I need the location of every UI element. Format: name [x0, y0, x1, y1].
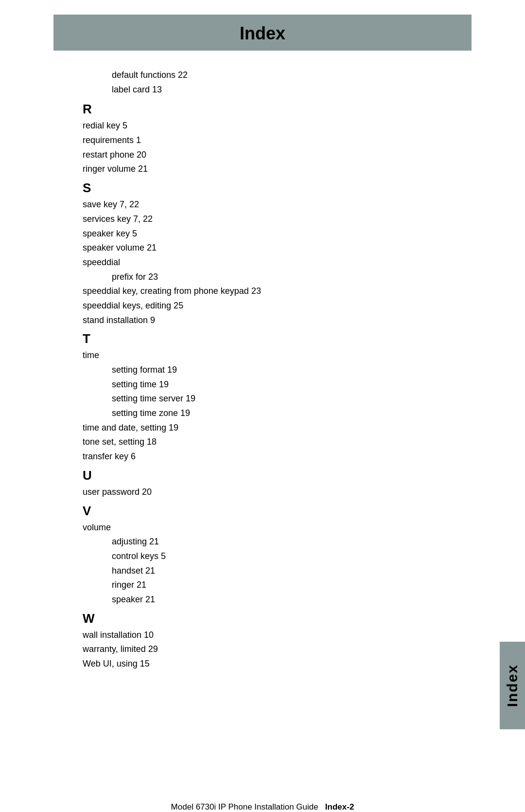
- list-item: default functions 22: [112, 68, 462, 83]
- list-item: label card 13: [112, 83, 462, 97]
- section-w: W wall installation 10 warranty, limited…: [83, 611, 462, 671]
- section-letter-t: T: [83, 331, 462, 346]
- list-item: tone set, setting 18: [83, 435, 462, 450]
- list-item: warranty, limited 29: [83, 642, 462, 657]
- footer-suffix: Index-2: [320, 802, 354, 812]
- list-item: Web UI, using 15: [83, 657, 462, 671]
- list-item: save key 7, 22: [83, 198, 462, 212]
- side-tab-text: Index: [504, 664, 521, 707]
- section-v: V volume adjusting 21 control keys 5 han…: [83, 504, 462, 607]
- list-item-indent: setting format 19: [83, 363, 462, 378]
- list-item: services key 7, 22: [83, 212, 462, 227]
- list-item: requirements 1: [83, 133, 462, 148]
- list-item-indent: ringer 21: [83, 578, 462, 593]
- section-s: S save key 7, 22 services key 7, 22 spea…: [83, 180, 462, 327]
- list-item: transfer key 6: [83, 450, 462, 464]
- list-item: speeddial keys, editing 25: [83, 299, 462, 313]
- list-item: time and date, setting 19: [83, 421, 462, 435]
- section-letter-s: S: [83, 180, 462, 196]
- list-item-indent: speaker 21: [83, 593, 462, 607]
- list-item: time: [83, 348, 462, 363]
- page-title: Index: [240, 23, 285, 43]
- list-item-indent: control keys 5: [83, 549, 462, 564]
- list-item: wall installation 10: [83, 628, 462, 643]
- list-item-indent: setting time 19: [83, 378, 462, 392]
- list-item: volume: [83, 521, 462, 535]
- list-item: ringer volume 21: [83, 162, 462, 177]
- page-container: Index default functions 22 label card 13…: [0, 15, 525, 812]
- section-letter-w: W: [83, 611, 462, 626]
- list-item-indent: adjusting 21: [83, 535, 462, 549]
- content-area: default functions 22 label card 13 R red…: [53, 51, 472, 703]
- list-item: speeddial key, creating from phone keypa…: [83, 284, 462, 299]
- footer-prefix: Model 6730i IP Phone Installation Guide: [171, 802, 318, 812]
- section-letter-r: R: [83, 102, 462, 117]
- list-item: user password 20: [83, 485, 462, 500]
- footer: Model 6730i IP Phone Installation Guide …: [0, 802, 525, 812]
- side-tab: Index: [500, 642, 525, 729]
- list-item: redial key 5: [83, 119, 462, 133]
- list-item: speaker key 5: [83, 227, 462, 241]
- list-item-indent: setting time zone 19: [83, 406, 462, 421]
- section-r: R redial key 5 requirements 1 restart ph…: [83, 102, 462, 177]
- list-item-indent: handset 21: [83, 564, 462, 578]
- section-t: T time setting format 19 setting time 19…: [83, 331, 462, 464]
- list-item-indent: setting time server 19: [83, 392, 462, 406]
- header-bar: Index: [53, 15, 472, 51]
- section-letter-v: V: [83, 504, 462, 519]
- section-letter-u: U: [83, 468, 462, 483]
- list-item: speeddial: [83, 255, 462, 270]
- intro-entries: default functions 22 label card 13: [83, 68, 462, 97]
- list-item: speaker volume 21: [83, 241, 462, 255]
- section-u: U user password 20: [83, 468, 462, 500]
- list-item: stand installation 9: [83, 313, 462, 328]
- list-item-indent: prefix for 23: [83, 270, 462, 285]
- list-item: restart phone 20: [83, 148, 462, 162]
